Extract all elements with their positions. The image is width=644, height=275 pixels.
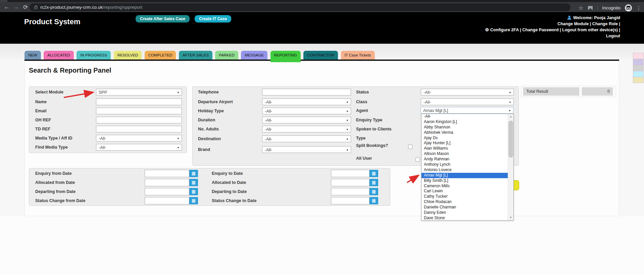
tabs-row: NEW ALLOCATED IN PROGRESS RESOLVED COMPL… (24, 51, 376, 62)
find-media-type-dropdown[interactable]: -All-▼ (96, 144, 182, 151)
name-input[interactable] (96, 99, 182, 105)
chevron-down-icon: ▼ (346, 101, 349, 104)
agent-option[interactable]: Cathy Tucker (422, 194, 508, 199)
calendar-icon[interactable]: ▦ (189, 197, 198, 204)
departing-from-date-input[interactable] (145, 188, 189, 195)
account-links[interactable]: ⚙Configure 2FA | Change Password | Logou… (485, 27, 620, 33)
agent-option[interactable]: Cameron Mills (422, 184, 508, 189)
split-bookings-checkbox[interactable] (408, 145, 412, 149)
agent-option[interactable]: Dave Stone (422, 215, 508, 221)
allocated-from-date-input[interactable] (145, 179, 189, 186)
scroll-down-icon[interactable]: ▼ (508, 215, 513, 220)
td-ref-input[interactable] (96, 126, 182, 132)
agent-option[interactable]: Andy Rahman (422, 157, 508, 162)
reload-icon[interactable]: ⟳ (21, 4, 30, 11)
field-label: Class (356, 100, 367, 104)
agent-dropdown[interactable]: Arnav Mgt [L] ▼ (420, 107, 513, 114)
agent-option[interactable]: Antonio Lovece (422, 167, 508, 173)
tab-resolved[interactable]: RESOLVED (114, 51, 142, 60)
telephone-input[interactable] (262, 89, 351, 95)
agent-option[interactable]: Aaron Kingston [L] (422, 119, 508, 125)
chevron-down-icon: ▼ (177, 91, 180, 94)
field-label: Email (35, 109, 46, 113)
allocated-to-date-input[interactable] (331, 179, 369, 186)
enquiry-from-date-input[interactable] (145, 170, 189, 177)
enquiry-to-date-input[interactable] (331, 170, 369, 177)
holiday-type-dropdown[interactable]: -All-▼ (262, 108, 351, 114)
field-label: Agent (356, 108, 368, 113)
departing-to-date-input[interactable] (331, 188, 369, 195)
back-icon[interactable]: ← (2, 4, 11, 10)
brand-dropdown[interactable]: -All-▼ (262, 146, 351, 153)
agent-option[interactable]: Abby Shannon (422, 125, 508, 130)
agent-option[interactable]: Chloe Rodacan (422, 199, 508, 205)
agent-option-selected[interactable]: Arnav Mgt [L] (422, 173, 508, 178)
create-it-case-button[interactable]: Create IT Case (195, 15, 231, 23)
calendar-icon[interactable]: ▦ (369, 188, 378, 195)
tab-reporting[interactable]: REPORTING (270, 51, 301, 62)
browser-menu-icon[interactable]: ⋮ (636, 5, 641, 11)
calendar-icon[interactable]: ▦ (189, 170, 198, 177)
field-label: Holiday Type (198, 109, 224, 113)
destination-dropdown[interactable]: -All-▼ (262, 135, 351, 142)
agent-option[interactable]: -All- (422, 114, 508, 119)
change-module-role-links[interactable]: Change Module | Change Role | (485, 21, 620, 27)
agent-option[interactable]: Billy Smith [L] (422, 178, 508, 184)
tab-new[interactable]: NEW (24, 51, 41, 60)
scroll-up-icon[interactable]: ▲ (508, 114, 513, 119)
all-user-checkbox[interactable] (415, 157, 420, 162)
address-bar[interactable]: rc2x-product.journey-crm.co.uk/reporting… (30, 3, 571, 11)
class-dropdown[interactable]: -All-▼ (421, 99, 514, 105)
agent-option[interactable]: Danny Eden (422, 210, 508, 215)
forward-icon[interactable]: → (11, 4, 21, 10)
no-adults-dropdown[interactable]: -All-▼ (262, 126, 351, 132)
calendar-icon[interactable]: ▦ (189, 179, 198, 186)
agent-option[interactable]: Danielle Charman (422, 205, 508, 210)
tab-parked[interactable]: PARKED (215, 51, 238, 60)
field-label: Departing from Date (35, 189, 76, 194)
total-result-box: Total Result 0 (521, 86, 616, 97)
tab-after-sales[interactable]: AFTER SALES (179, 51, 212, 60)
field-label: Telephone (198, 90, 219, 94)
oh-ref-input[interactable] (96, 117, 182, 123)
create-after-sales-case-button[interactable]: Create After Sales Case (136, 15, 190, 23)
calendar-icon[interactable]: ▦ (369, 179, 378, 186)
agent-option[interactable]: Ajay Ds (422, 135, 508, 141)
tab-completed[interactable]: COMPLETED (145, 51, 176, 60)
email-input[interactable] (96, 108, 182, 114)
chevron-down-icon: ▼ (508, 109, 511, 112)
status-change-from-date-input[interactable] (145, 197, 189, 204)
tab-message[interactable]: MESSAGE (241, 51, 267, 60)
agent-option[interactable]: Ajay Hunter [L] (422, 141, 508, 146)
scrollbar-thumb[interactable] (508, 121, 513, 158)
incognito-icon[interactable] (625, 4, 632, 11)
agent-option[interactable]: Abhishek Verma (422, 130, 508, 135)
dropdown-scrollbar[interactable]: ▲ ▼ (508, 114, 513, 220)
duration-dropdown[interactable]: -All-▼ (262, 117, 351, 123)
field-label: No. Adults (198, 127, 219, 131)
tab-contractor[interactable]: CONTRACTOR (303, 51, 338, 60)
tab-it-case-tickets[interactable]: IT Case Tickets (341, 51, 375, 60)
calendar-icon[interactable]: ▦ (369, 170, 378, 177)
chevron-down-icon: ▼ (509, 91, 511, 94)
tab-allocated[interactable]: ALLOCATED (44, 51, 74, 60)
status-dropdown[interactable]: -All-▼ (421, 89, 514, 95)
logout-link[interactable]: Logout (485, 33, 620, 39)
select-module-dropdown[interactable]: SPP▼ (96, 89, 182, 95)
calendar-icon[interactable]: ▦ (369, 197, 378, 204)
flag-icon[interactable] (588, 6, 593, 10)
agent-option[interactable]: Anthony Lynch (422, 162, 508, 167)
lock-icon (34, 7, 37, 9)
agent-option[interactable]: Alan Williams (422, 146, 508, 151)
tab-in-progress[interactable]: IN PROGRESS (77, 51, 111, 60)
agent-option[interactable]: Carl Lewin (422, 189, 508, 194)
legend-swatch (633, 59, 644, 65)
chevron-down-icon: ▼ (346, 110, 349, 113)
calendar-icon[interactable]: ▦ (189, 188, 198, 195)
status-change-to-date-input[interactable] (331, 197, 369, 204)
field-label: Destination (198, 136, 221, 141)
agent-option[interactable]: Allison Mason (422, 151, 508, 157)
media-type-aff-id-dropdown[interactable]: -All-▼ (96, 135, 182, 142)
bookmark-star-icon[interactable]: ☆ (579, 5, 583, 11)
departure-airport-dropdown[interactable]: -All-▼ (262, 99, 351, 105)
